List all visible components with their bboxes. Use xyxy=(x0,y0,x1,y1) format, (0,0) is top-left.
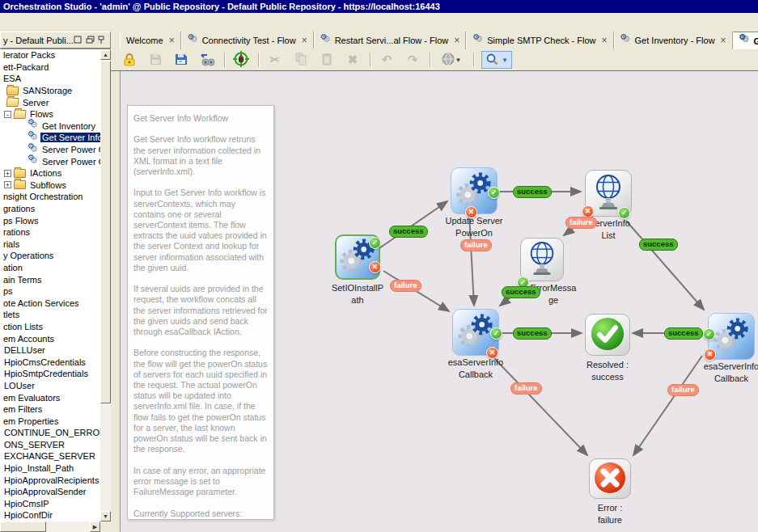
tree-item[interactable]: tlets xyxy=(0,309,100,321)
close-tab-icon[interactable] xyxy=(602,36,608,45)
restore-icon[interactable] xyxy=(86,36,95,44)
tree-item[interactable]: HpioSmtpCredentials xyxy=(0,368,100,380)
paste-button[interactable] xyxy=(316,51,337,69)
vertical-scroll-thumb[interactable] xyxy=(100,61,111,403)
tree-item[interactable]: em Accounts xyxy=(0,332,100,344)
scroll-right-arrow[interactable]: ▶ xyxy=(90,521,100,532)
scroll-down-arrow[interactable]: ▼ xyxy=(100,511,111,521)
document-tab[interactable]: Restart Servi...al Flow - Flow xyxy=(314,32,467,49)
tree-item[interactable]: ett-Packard xyxy=(0,61,100,74)
tree-item[interactable]: Get Server Info xyxy=(0,132,100,144)
tree-item[interactable]: nsight Orchestration xyxy=(0,191,100,203)
tree-item[interactable]: em Filters xyxy=(0,403,100,416)
tree-item[interactable]: HpioCmsCredentials xyxy=(0,356,100,368)
tree-item[interactable]: em Properties xyxy=(0,415,100,427)
references-button[interactable] xyxy=(197,51,218,69)
search-zoom-button[interactable]: ▼ xyxy=(481,51,512,69)
redo-button[interactable]: ↷ xyxy=(402,51,423,69)
close-tab-icon[interactable] xyxy=(454,36,459,45)
delete-button[interactable]: ✖ xyxy=(342,51,363,69)
tree-item[interactable]: rations xyxy=(0,226,100,239)
tree-item[interactable]: grations xyxy=(0,203,100,215)
document-tab[interactable]: Simple SMTP Check - Flow xyxy=(466,32,613,49)
flow-canvas[interactable]: Get Server Info Workflow Get Server Info… xyxy=(120,71,758,532)
tree-expander-icon[interactable]: - xyxy=(4,111,11,118)
tree-item-icon xyxy=(28,156,38,167)
tree-item[interactable]: + IActions xyxy=(0,167,100,179)
globe-icon xyxy=(527,241,557,278)
tree-expander-icon[interactable]: + xyxy=(4,181,11,188)
tree-item[interactable]: ain Terms xyxy=(0,273,100,285)
flow-step-resolved-success[interactable]: Resolved : success xyxy=(585,314,630,356)
tree-item-label: HpioSmtpCredentials xyxy=(2,369,90,378)
cut-button[interactable]: ✂ xyxy=(265,51,286,69)
tree-item[interactable]: LOUser xyxy=(0,380,100,392)
tree-item[interactable]: ESA xyxy=(0,73,100,85)
maximize-icon[interactable] xyxy=(74,36,83,44)
close-tab-icon[interactable] xyxy=(169,36,175,45)
tree-item[interactable]: ps Flows xyxy=(0,214,100,226)
tree-item[interactable]: DELLUser xyxy=(0,344,100,357)
repository-panel-header[interactable]: y - Default Publi... xyxy=(0,32,111,49)
tree-item[interactable]: HpioCmsIP xyxy=(0,498,100,510)
menu-item[interactable] xyxy=(15,21,23,24)
tree-item[interactable]: SANStorage xyxy=(0,85,100,97)
document-tab[interactable]: Get Server Info - xyxy=(733,32,758,49)
tree-item[interactable]: ONS_SERVER xyxy=(0,439,100,451)
tree-item[interactable]: ote Action Services xyxy=(0,297,100,309)
dropdown-arrow-icon[interactable]: ▼ xyxy=(455,57,462,64)
document-tab[interactable]: Get Inventory - Flow xyxy=(614,32,733,49)
tree-item[interactable]: y Operations xyxy=(0,250,100,262)
run-flow-button[interactable]: ▼ xyxy=(436,51,467,69)
tree-item[interactable]: Server Power OFF xyxy=(0,144,100,156)
tree-item[interactable]: HpioApprovalRecipients xyxy=(0,474,100,486)
tree-item[interactable]: ction Lists xyxy=(0,321,100,333)
tree-item[interactable]: HpioConfDir xyxy=(0,509,100,521)
tree-item[interactable]: Server Power ON xyxy=(0,155,100,167)
flow-step-get-server-info-list[interactable]: tServerInfo List xyxy=(585,170,632,217)
flow-step-error-failure[interactable]: Error : failure xyxy=(589,458,631,499)
tree-item[interactable]: ps xyxy=(0,285,100,298)
lock-button[interactable] xyxy=(119,51,140,69)
tree-item[interactable]: rials xyxy=(0,239,100,251)
tree-item[interactable]: Server xyxy=(0,96,100,108)
flow-step-esa-server-info-callback-right[interactable]: esaServerInfo Callback xyxy=(708,313,755,360)
flow-step-esa-server-info-callback-left[interactable]: esaServerInfo Callback xyxy=(452,309,499,356)
debug-flow-button[interactable] xyxy=(231,51,252,69)
tree-item[interactable]: CONTINUE_ON_ERROR xyxy=(0,427,100,439)
pin-icon[interactable] xyxy=(98,36,108,44)
menu-item[interactable] xyxy=(2,21,10,24)
flow-step-update-server-poweron[interactable]: Update Server PowerOn Status xyxy=(451,167,498,214)
tree-item[interactable]: em Evaluators xyxy=(0,391,100,403)
tree-horizontal-scrollbar[interactable]: ▶ xyxy=(0,521,100,532)
run-globe-icon xyxy=(442,53,455,67)
save-all-button[interactable] xyxy=(171,51,192,69)
window-title-bar[interactable]: Orchestration Studio - 'admin' @ Public … xyxy=(0,0,758,13)
close-tab-icon[interactable] xyxy=(302,36,307,45)
tree-item[interactable]: HpioApprovalSender xyxy=(0,486,100,498)
dropdown-arrow-icon[interactable]: ▼ xyxy=(502,57,508,64)
flow-step-error-message[interactable]: ErrorMessa ge xyxy=(520,238,564,281)
tree-item[interactable]: + Subflows xyxy=(0,179,100,192)
flow-step-set-io-install-path[interactable]: SetIOInstallP ath xyxy=(335,234,380,280)
tree-item[interactable]: Hpio_Install_Path xyxy=(0,462,100,475)
save-button[interactable] xyxy=(145,51,166,69)
undo-button[interactable]: ↶ xyxy=(376,51,397,69)
tree-item[interactable]: EXCHANGE_SERVER xyxy=(0,450,100,462)
copy-button[interactable] xyxy=(290,51,311,69)
close-tab-icon[interactable] xyxy=(721,36,726,45)
scroll-up-arrow[interactable]: ▲ xyxy=(100,49,111,60)
menu-item[interactable] xyxy=(28,21,36,24)
tree-item[interactable]: Get Inventory xyxy=(0,120,100,133)
flow-gears-icon xyxy=(620,36,632,46)
tree-item[interactable]: - Flows xyxy=(0,108,100,120)
menu-item[interactable] xyxy=(40,21,49,24)
document-tab[interactable]: Connectivity Test - Flow xyxy=(181,32,314,49)
horizontal-scroll-thumb[interactable] xyxy=(0,521,46,532)
tree-item[interactable]: ation xyxy=(0,262,100,274)
tree-item[interactable]: lerator Packs xyxy=(0,49,100,61)
panel-splitter[interactable] xyxy=(111,32,120,532)
tree-vertical-scrollbar[interactable]: ▲ ▼ xyxy=(100,49,111,521)
document-tab[interactable]: Welcome xyxy=(120,32,181,49)
tree-expander-icon[interactable]: + xyxy=(4,170,11,177)
